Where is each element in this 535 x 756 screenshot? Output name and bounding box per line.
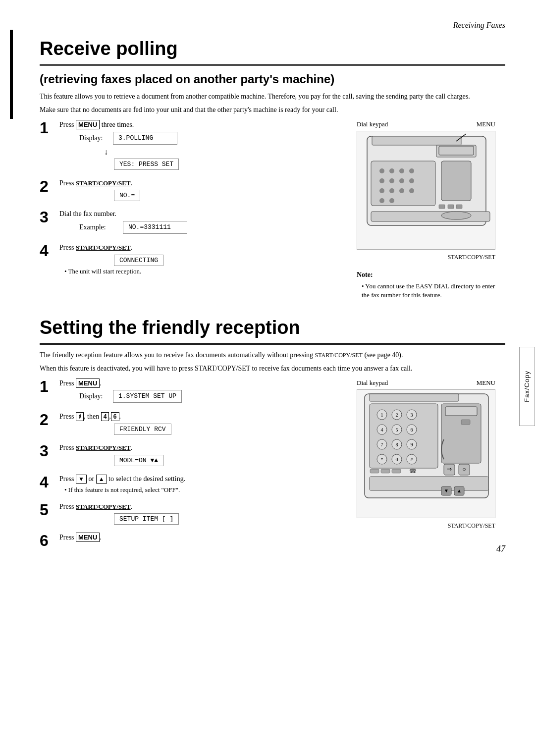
s2-step5: 5 Press START/COPY/SET. SETUP ITEM [ ] [40,502,337,526]
step4-display-value: CONNECTING [114,255,163,266]
svg-rect-64 [370,477,488,490]
svg-rect-3 [441,161,471,201]
svg-text:1: 1 [381,412,383,418]
svg-text:⇒: ⇒ [447,466,452,473]
step2-number: 2 [40,178,59,194]
menu-key-s2-1: MENU [76,378,100,388]
svg-text:2: 2 [396,412,398,418]
s2-step5-instruction: Press START/COPY/SET. [59,502,337,512]
section2-intro2: When this feature is deactivated, you wi… [40,363,505,374]
svg-point-8 [409,168,414,173]
s2-step1-instruction: Press MENU. [59,378,337,388]
svg-point-14 [389,188,394,193]
s2-step6: 6 Press MENU. [40,533,337,548]
s2-step2: 2 Press ♯, then 4,6. FRIENDLY RCV [40,412,337,436]
s2-step3-display-value: MODE=ON ▼▲ [114,455,163,466]
svg-point-6 [389,168,394,173]
side-tab-text: Fax/Copy [523,371,532,402]
s2-step5-number: 5 [40,502,59,518]
step1-display-label: Display: [79,133,109,143]
svg-rect-19 [439,205,445,209]
svg-point-24 [441,212,471,219]
s2-step6-instruction: Press MENU. [59,533,337,542]
section2-diagram-area: Dial keypad MENU [347,378,505,556]
step4-bullet: The unit will start reception. [64,267,337,276]
s2-step1-display-value: 1.SYSTEM SET UP [113,390,182,403]
s2-step2-number: 2 [40,412,59,428]
note-box: Note: You cannot use the EASY DIAL direc… [357,270,495,300]
svg-point-11 [399,178,404,183]
svg-point-7 [399,168,404,173]
start-copy-set-key-s2-5: START/COPY/SET [76,503,131,510]
svg-text:#: # [411,457,413,462]
up-arrow-key: ▲ [96,475,107,484]
section1: Receive polling (retrieving faxes placed… [40,36,505,300]
svg-rect-23 [371,212,490,221]
page-number: 47 [496,543,505,555]
step1-content: Press MENU three times. Display: 3.POLLI… [59,120,337,171]
svg-rect-29 [445,407,477,416]
step4: 4 Press START/COPY/SET. CONNECTING The u… [40,243,337,276]
step4-instruction: Press START/COPY/SET. [59,243,337,253]
svg-text:6: 6 [411,427,413,432]
svg-text:0: 0 [396,457,398,462]
menu-key-label1: MENU [477,120,495,129]
step4-number: 4 [40,243,59,259]
section2-steps-left: 1 Press MENU. Display: 1.SYSTEM SET UP 2 [40,378,337,556]
menu-key: MENU [76,120,100,129]
svg-text:7: 7 [381,442,383,447]
fax-diagram1 [357,131,495,250]
svg-text:5: 5 [396,427,398,432]
svg-rect-22 [439,146,474,155]
step2-display-value: NO.= [114,190,140,201]
s2-step3-number: 3 [40,443,59,459]
svg-point-16 [409,188,414,193]
step3-display-value: NO.=3331111 [123,221,187,234]
step3-example-label: Example: [79,222,119,232]
key4: 4 [101,412,109,421]
step2-instruction: Press START/COPY/SET. [59,178,337,188]
step1-arrow: ↓ [104,147,337,158]
step1-instruction: Press MENU three times. [59,120,337,130]
step4-content: Press START/COPY/SET. CONNECTING The uni… [59,243,337,276]
s2-step2-display-value: FRIENDLY RCV [114,424,171,435]
left-bookmark [10,30,13,119]
dial-keypad-label1: Dial keypad [357,120,388,129]
fax-machine-svg1 [357,131,495,250]
step3-content: Dial the fax number. Example: NO.=333111… [59,209,337,236]
svg-text:8: 8 [396,442,398,447]
s2-step1-display-wrap: Display: 1.SYSTEM SET UP [79,390,337,403]
svg-text:▼: ▼ [444,488,449,493]
svg-text:9: 9 [411,442,413,447]
svg-point-5 [379,168,384,173]
step2: 2 Press START/COPY/SET. NO.= [40,178,337,203]
s2-step3-content: Press START/COPY/SET. MODE=ON ▼▲ [59,443,337,467]
svg-text:3: 3 [411,412,413,418]
section1-diagram-area: Dial keypad MENU [347,120,505,300]
title-divider1 [40,64,505,66]
svg-point-17 [379,198,384,203]
start-copy-set-inline2: START/COPY/SET [195,365,250,372]
step3-example-wrap: Example: NO.=3331111 [79,221,337,234]
s2-step1-content: Press MENU. Display: 1.SYSTEM SET UP [59,378,337,405]
svg-rect-21 [456,205,462,209]
step1-number: 1 [40,120,59,136]
svg-point-15 [399,188,404,193]
fax-diagram2: 1 2 3 4 5 6 7 [357,389,495,518]
down-arrow-key: ▼ [76,475,87,484]
side-tab: Fax/Copy [519,347,535,426]
svg-text:☎: ☎ [409,468,417,475]
step2-content: Press START/COPY/SET. NO.= [59,178,337,203]
menu-key-s2-6: MENU [76,533,100,542]
s2-step2-content: Press ♯, then 4,6. FRIENDLY RCV [59,412,337,436]
svg-text:▲: ▲ [457,488,462,493]
s2-step3: 3 Press START/COPY/SET. MODE=ON ▼▲ [40,443,337,467]
section1-title: Receive polling [40,36,505,62]
step1-display-value: 3.POLLING [113,132,177,145]
step1-display-wrap: Display: 3.POLLING [79,132,337,145]
step3-number: 3 [40,209,59,225]
svg-point-10 [389,178,394,183]
svg-rect-60 [370,469,379,473]
step3: 3 Dial the fax number. Example: NO.=3331… [40,209,337,236]
svg-text:*: * [381,457,383,462]
